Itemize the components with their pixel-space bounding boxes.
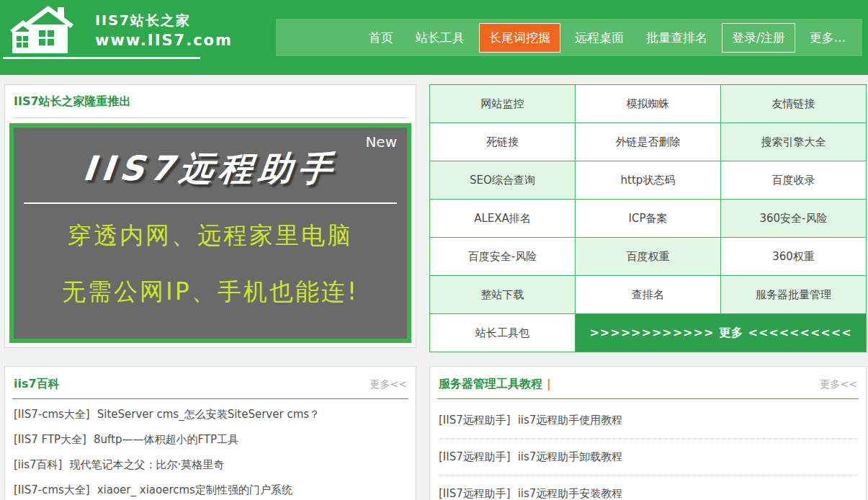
item-tag: [IIS7 FTP大全] — [14, 433, 86, 446]
tool-icp-record[interactable]: ICP备案 — [576, 200, 720, 237]
list-item[interactable]: [IIS7远程助手]iis7远程助手使用教程 — [439, 402, 857, 439]
tool-rank-check[interactable]: 查排名 — [576, 276, 720, 313]
tool-alexa-rank[interactable]: ALEXA排名 — [430, 200, 575, 237]
nav-webmaster-tools[interactable]: 站长工具 — [408, 24, 473, 52]
house-icon — [7, 4, 85, 56]
item-tag: [IIS7远程助手] — [439, 487, 511, 500]
banner-slogan-line1: 穿透内网、远程家里电脑 — [14, 220, 407, 252]
tutorials-section: 服务器管理工具教程| 更多<< [IIS7远程助手]iis7远程助手使用教程 [… — [429, 366, 867, 500]
main-nav: 首页 站长工具 长尾词挖掘 远程桌面 批量查排名 登录/注册 更多... — [276, 19, 862, 56]
nav-longtail-keywords[interactable]: 长尾词挖掘 — [479, 23, 560, 53]
logo-underline — [3, 57, 200, 59]
tool-webmaster-toolkit[interactable]: 站长工具包 — [430, 314, 575, 352]
tutorials-more-link[interactable]: 更多<< — [820, 378, 857, 391]
tool-baidu-security[interactable]: 百度安全-风险 — [430, 238, 575, 275]
item-tag: [IIS7远程助手] — [439, 450, 511, 463]
logo-url: www.IIS7.com — [95, 32, 233, 49]
site-header: IIS7站长之家 www.IIS7.com 首页 站长工具 长尾词挖掘 远程桌面… — [0, 0, 868, 75]
tool-friend-links[interactable]: 友情链接 — [721, 85, 866, 122]
wiki-list: [IIS7-cms大全]SiteServer cms_怎么安装SiteServe… — [5, 399, 416, 500]
logo-text: IIS7站长之家 www.IIS7.com — [95, 12, 233, 49]
tool-website-monitor[interactable]: 网站监控 — [430, 85, 575, 122]
list-item[interactable]: [iis7百科]现代笔记本之父：比尔·莫格里奇 — [14, 452, 407, 478]
item-tag: [IIS7远程助手] — [439, 414, 511, 427]
item-text: xiaoer_ xiaoercms定制性强的门户系统 — [97, 483, 292, 496]
item-text: iis7远程助手安装教程 — [518, 487, 623, 500]
nav-login-register[interactable]: 登录/注册 — [722, 23, 795, 53]
tutorials-title-text: 服务器管理工具教程 — [439, 377, 542, 390]
tool-360-security[interactable]: 360安全-风险 — [721, 200, 866, 237]
tool-seo-query[interactable]: SEO综合查询 — [430, 161, 575, 199]
tool-360-weight[interactable]: 360权重 — [721, 238, 866, 275]
banner-slogan-line2: 无需公网IP、手机也能连! — [14, 276, 407, 308]
list-item[interactable]: [IIS7 FTP大全]8uftp——体积超小的FTP工具 — [14, 427, 407, 452]
wiki-title: iis7百科 — [14, 377, 60, 392]
site-logo[interactable]: IIS7站长之家 www.IIS7.com — [7, 4, 233, 56]
tool-spider-simulator[interactable]: 模拟蜘蛛 — [576, 85, 720, 122]
tool-backlink-removed[interactable]: 外链是否删除 — [576, 123, 720, 161]
orange-accent-bar: | — [547, 377, 551, 390]
tools-more-button[interactable]: >>>>>>>>>>>> 更多 <<<<<<<<<< — [576, 314, 866, 352]
banner-title: IIS7远程助手 — [12, 146, 410, 192]
list-item[interactable]: [IIS7-cms大全]SiteServer cms_怎么安装SiteServe… — [14, 402, 407, 427]
item-tag: [IIS7-cms大全] — [14, 408, 90, 421]
tutorials-title: 服务器管理工具教程| — [439, 377, 551, 392]
tool-baidu-weight[interactable]: 百度权重 — [576, 238, 720, 275]
tool-site-download[interactable]: 整站下载 — [430, 276, 575, 313]
nav-remote-desktop[interactable]: 远程桌面 — [567, 24, 632, 52]
wiki-header: iis7百科 更多<< — [5, 367, 416, 398]
promo-divider — [14, 117, 407, 118]
banner-separator-line — [24, 202, 397, 204]
promo-section: IIS7站长之家隆重推出 New IIS7远程助手 穿透内网、远程家里电脑 无需… — [4, 84, 416, 348]
remote-assistant-banner[interactable]: New IIS7远程助手 穿透内网、远程家里电脑 无需公网IP、手机也能连! — [9, 123, 411, 343]
tutorials-list: [IIS7远程助手]iis7远程助手使用教程 [IIS7远程助手]iis7远程助… — [430, 399, 866, 500]
promo-section-title: IIS7站长之家隆重推出 — [5, 85, 416, 110]
tools-table: 网站监控 模拟蜘蛛 友情链接 死链接 外链是否删除 搜索引擎大全 SEO综合查询… — [429, 84, 867, 352]
tool-server-batch-manage[interactable]: 服务器批量管理 — [721, 276, 866, 313]
wiki-more-link[interactable]: 更多<< — [370, 378, 407, 391]
tool-search-engines[interactable]: 搜索引擎大全 — [721, 123, 866, 161]
item-tag: [IIS7-cms大全] — [14, 483, 90, 496]
tool-dead-links[interactable]: 死链接 — [430, 123, 575, 161]
item-text: SiteServer cms_怎么安装SiteServer cms？ — [97, 408, 320, 421]
list-item[interactable]: [IIS7远程助手]iis7远程助手安装教程 — [439, 476, 857, 500]
tool-http-status[interactable]: http状态码 — [576, 161, 720, 199]
item-text: iis7远程助手卸载教程 — [518, 450, 623, 463]
nav-more[interactable]: 更多... — [802, 24, 854, 52]
wiki-section: iis7百科 更多<< [IIS7-cms大全]SiteServer cms_怎… — [4, 366, 416, 500]
item-text: 8uftp——体积超小的FTP工具 — [94, 433, 238, 446]
logo-title: IIS7站长之家 — [95, 12, 233, 30]
tutorials-header: 服务器管理工具教程| 更多<< — [430, 367, 866, 398]
item-tag: [iis7百科] — [14, 458, 62, 471]
nav-batch-rank-check[interactable]: 批量查排名 — [638, 24, 715, 52]
list-item[interactable]: [IIS7远程助手]iis7远程助手卸载教程 — [439, 439, 857, 476]
list-item[interactable]: [IIS7-cms大全]xiaoer_ xiaoercms定制性强的门户系统 — [14, 478, 407, 500]
tool-baidu-index[interactable]: 百度收录 — [721, 161, 866, 199]
item-text: iis7远程助手使用教程 — [518, 414, 623, 427]
item-text: 现代笔记本之父：比尔·莫格里奇 — [69, 458, 224, 471]
nav-home[interactable]: 首页 — [361, 24, 401, 52]
